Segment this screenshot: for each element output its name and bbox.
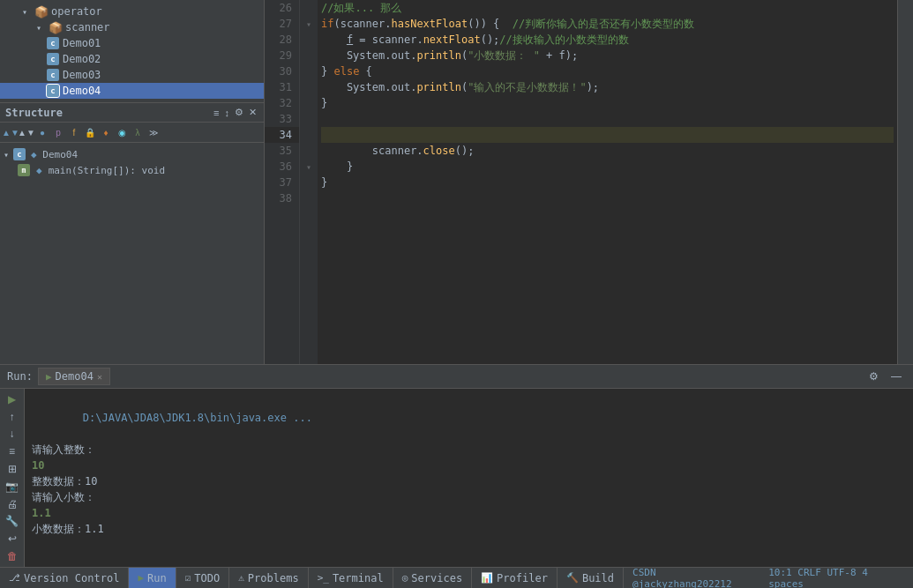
run-settings-btn[interactable]: ⚙ — [864, 367, 883, 386]
run-stack-btn[interactable]: ⊞ — [3, 462, 22, 476]
tree-item-scanner[interactable]: ▾ 📦 scanner — [0, 19, 264, 35]
run-align-btn[interactable]: ≡ — [3, 444, 22, 458]
profiler-icon: 📊 — [481, 572, 493, 584]
code-line-30: } else { — [321, 63, 894, 79]
gutter-29 — [300, 48, 318, 63]
status-tab-run[interactable]: ▶ Run — [129, 568, 176, 588]
status-tab-version-control[interactable]: ⎇ Version Control — [0, 568, 129, 588]
gutter-31 — [300, 79, 318, 95]
run-wrap-btn[interactable]: ↩ — [3, 532, 22, 546]
line-33: 33 — [265, 111, 299, 127]
run-scroll-down-btn[interactable]: ↓ — [3, 428, 22, 442]
problems-icon: ⚠ — [238, 572, 244, 584]
struct-icon-target[interactable]: ◉ — [115, 125, 129, 139]
gutter-30 — [300, 63, 318, 79]
run-play-btn[interactable]: ▶ — [3, 392, 22, 406]
c-icon-demo01: c — [46, 36, 60, 50]
operator-label: operator — [51, 5, 102, 18]
struct-class-demo04[interactable]: ▾ c ◆ Demo04 — [0, 146, 264, 162]
tree-item-demo04[interactable]: c Demo04 — [0, 83, 264, 99]
output-line-2: 10 — [32, 458, 906, 473]
struct-icon-lock[interactable]: 🔒 — [83, 125, 97, 139]
run-tab-icon: ▶ — [46, 371, 52, 383]
run-label: Run: — [7, 370, 33, 383]
status-tab-build[interactable]: 🔨 Build — [558, 568, 624, 588]
demo01-label: Demo01 — [63, 37, 101, 49]
run-trash-btn[interactable]: 🗑 — [3, 549, 22, 563]
build-label: Build — [582, 572, 614, 584]
status-tab-todo[interactable]: ☑ TODO — [176, 568, 230, 588]
code-editor[interactable]: 26 27 28 29 30 31 32 33 34 35 36 37 38 ▾ — [265, 0, 913, 364]
status-tab-profiler[interactable]: 📊 Profiler — [472, 568, 558, 588]
structure-close-btn[interactable]: ✕ — [247, 106, 258, 119]
tree-item-demo03[interactable]: c Demo03 — [0, 67, 264, 83]
editor-gutter: ▾ ▾ — [300, 0, 318, 364]
status-tab-terminal[interactable]: >_ Terminal — [309, 568, 393, 588]
gutter-32 — [300, 95, 318, 111]
structure-icons-bar: ▲▼ ▲▼ ● p f 🔒 ♦ ◉ λ ≫ — [0, 123, 264, 143]
line-31: 31 — [265, 79, 299, 95]
csdn-info: CSDN @jackyzhang202212 — [632, 567, 757, 589]
demo02-label: Demo02 — [63, 53, 101, 65]
struct-icon-circle[interactable]: ● — [35, 125, 49, 139]
run-screenshot-btn[interactable]: 📷 — [3, 480, 22, 494]
line-38: 38 — [265, 190, 299, 206]
code-line-34 — [321, 127, 894, 143]
todo-icon: ☑ — [185, 572, 191, 584]
c-icon-demo04: c — [46, 84, 60, 98]
run-tab-icon2: ▶ — [138, 572, 144, 584]
struct-icon-diamond[interactable]: ♦ — [99, 125, 113, 139]
run-panel-header: Run: ▶ Demo04 ✕ ⚙ — — [0, 365, 913, 389]
code-content[interactable]: //如果... 那么 if(scanner.hasNextFloat()) { … — [318, 0, 897, 364]
output-line-1: 请输入整数： — [32, 442, 906, 458]
run-scroll-up-btn[interactable]: ↑ — [3, 410, 22, 424]
method-icon: m — [18, 164, 30, 176]
output-line-8: 小数数据：1.1 — [32, 521, 906, 537]
c-icon-demo03: c — [46, 68, 60, 82]
struct-icon-lambda[interactable]: λ — [131, 125, 145, 139]
gutter-35 — [300, 143, 318, 159]
run-tab-demo04[interactable]: ▶ Demo04 ✕ — [38, 368, 110, 385]
gutter-34 — [300, 127, 318, 143]
run-output[interactable]: D:\JAVA\JDA8\JDK1.8\bin\java.exe ... 请输入… — [25, 389, 913, 567]
code-line-27: if(scanner.hasNextFloat()) { //判断你输入的是否还… — [321, 16, 894, 32]
structure-sort-btn[interactable]: ↕ — [223, 107, 232, 119]
code-line-31: System.out.println("输入的不是小数数据！"); — [321, 79, 894, 95]
tree-item-demo01[interactable]: c Demo01 — [0, 35, 264, 51]
code-line-35: scanner.close(); — [321, 143, 894, 159]
tree-item-operator[interactable]: ▾ 📦 operator — [0, 4, 264, 19]
run-minimize-btn[interactable]: — — [887, 367, 906, 386]
struct-method-main[interactable]: m ◆ main(String[]): void — [0, 162, 264, 178]
project-tree: ▾ 📦 operator ▾ 📦 scanner c Demo01 — [0, 0, 264, 103]
tree-item-demo02[interactable]: c Demo02 — [0, 51, 264, 67]
run-print-btn[interactable]: 🖨 — [3, 497, 22, 511]
line-29: 29 — [265, 48, 299, 63]
terminal-icon: >_ — [318, 572, 329, 584]
structure-tree: ▾ c ◆ Demo04 m ◆ main(String[]): void — [0, 143, 264, 364]
line-32: 32 — [265, 95, 299, 111]
run-body: ▶ ↑ ↓ ≡ ⊞ 📷 🖨 🔧 ↩ 🗑 D:\JAVA\JDA8\JDK1.8\… — [0, 389, 913, 567]
struct-icon-f[interactable]: f — [67, 125, 81, 139]
output-line-4: 整数数据：10 — [32, 473, 906, 489]
structure-gear-btn[interactable]: ⚙ — [233, 106, 245, 119]
line-37: 37 — [265, 175, 299, 190]
struct-icon-more[interactable]: ≫ — [146, 125, 161, 139]
status-tab-services[interactable]: ◎ Services — [393, 568, 472, 588]
version-control-label: Version Control — [24, 572, 119, 584]
run-tab-close-icon[interactable]: ✕ — [97, 372, 102, 382]
structure-panel: Structure ≡ ↕ ⚙ ✕ ▲▼ ▲▼ ● p f 🔒 ♦ ◉ λ ≫ — [0, 103, 264, 364]
profiler-label: Profiler — [497, 572, 548, 584]
struct-icon-sort2[interactable]: ▲▼ — [19, 125, 34, 139]
line-28: 28 — [265, 32, 299, 48]
output-path-line: D:\JAVA\JDA8\JDK1.8\bin\java.exe ... — [32, 394, 906, 442]
struct-icon-p[interactable]: p — [51, 125, 65, 139]
run-tool-btn[interactable]: 🔧 — [3, 515, 22, 529]
structure-toolbar: ≡ ↕ ⚙ ✕ — [212, 106, 258, 119]
code-line-33 — [321, 111, 894, 127]
struct-class-label: ◆ Demo04 — [31, 149, 78, 160]
run-settings: ⚙ — — [864, 367, 906, 386]
gutter-38 — [300, 190, 318, 206]
struct-icon-sort1[interactable]: ▲▼ — [4, 125, 18, 139]
status-tab-problems[interactable]: ⚠ Problems — [229, 568, 308, 588]
structure-sort-alpha-btn[interactable]: ≡ — [212, 107, 221, 119]
